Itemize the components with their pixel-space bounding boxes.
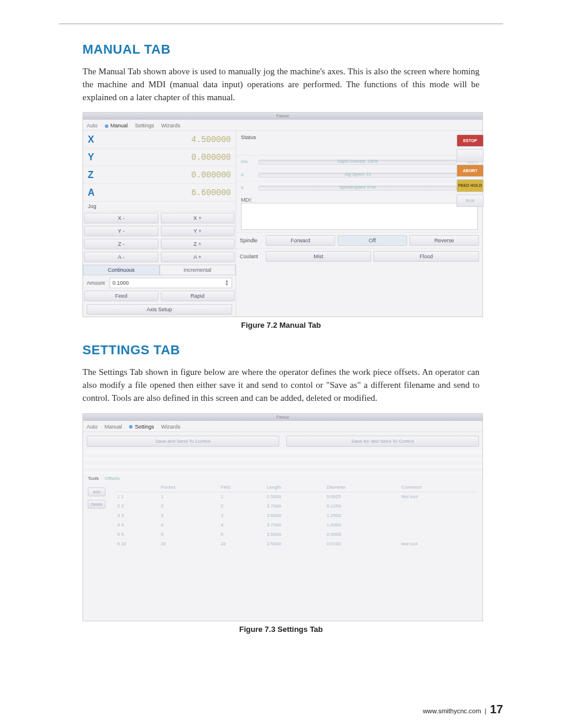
table-cell: 1 1 <box>115 492 158 501</box>
tab-bar: Auto Manual Settings Wizards <box>83 120 482 131</box>
table-cell: 3.5000 <box>265 529 325 539</box>
subtab-offsets[interactable]: Offsets <box>105 476 120 481</box>
jog-z-pos[interactable]: Z + <box>161 239 235 249</box>
jog-z-neg[interactable]: Z - <box>84 239 158 249</box>
table-cell: 3 <box>158 510 219 520</box>
manual-right-panel: Status 0% Rapid Override: 100% 120% 0 Jo… <box>236 131 482 317</box>
axis-z-label: Z <box>88 170 100 180</box>
jog-speed-slider[interactable]: Jog Speed: 15 <box>259 173 457 177</box>
coolant-label: Coolant <box>240 253 263 259</box>
table-cell: 2 <box>158 501 219 510</box>
estop-button[interactable]: ESTOP <box>457 134 484 147</box>
status-label: Status <box>241 134 478 140</box>
table-cell: 0.0625 <box>324 492 399 501</box>
axis-a-value: 6.600000 <box>191 188 231 197</box>
table-cell: 3.0000 <box>265 510 325 520</box>
jog-mode-continuous[interactable]: Continuous <box>83 265 160 275</box>
subtab-tools[interactable]: Tools <box>88 476 99 481</box>
feed-hold-button[interactable]: FEED HOLD <box>457 179 484 192</box>
rapid-override-slider[interactable]: Rapid Override: 100% <box>259 160 457 164</box>
tab-wizards-s[interactable]: Wizards <box>161 423 181 431</box>
amount-value: 0.1000 <box>113 280 129 286</box>
table-row[interactable]: 1 1112.50000.0625first tool <box>115 492 478 501</box>
table-cell: 4 <box>158 520 219 529</box>
jog-y-pos[interactable]: Y + <box>161 226 235 236</box>
coolant-flood[interactable]: Flood <box>373 251 479 262</box>
spindle-label: Spindle <box>240 238 263 243</box>
axis-a-label: A <box>88 187 100 198</box>
table-cell: 5 <box>219 529 265 539</box>
axis-z-value: 0.000000 <box>191 170 231 180</box>
table-cell: 2.5000 <box>265 539 325 548</box>
table-cell: first tool <box>399 492 478 501</box>
run-button[interactable]: RUN <box>457 195 484 207</box>
save-send-button[interactable]: Save and Send To Control <box>87 436 279 447</box>
settings-heading: SETTINGS TAB <box>82 342 480 358</box>
rapid-button[interactable]: Rapid <box>161 291 235 301</box>
titlebar-settings: Fanuc <box>83 414 482 421</box>
axis-setup-button[interactable]: Axis Setup <box>87 304 232 315</box>
app-window-manual: Fanuc Auto Manual Settings Wizards X4.50… <box>82 112 483 317</box>
table-cell <box>399 510 478 520</box>
jog-y-neg[interactable]: Y - <box>84 226 158 236</box>
page-footer: www.smithycnc.com | 17 <box>423 703 503 716</box>
jog-mode-incremental[interactable]: Incremental <box>160 265 236 275</box>
table-cell <box>399 529 478 539</box>
right-button-column: ESTOP ABORT FEED HOLD RUN <box>457 134 484 207</box>
table-row[interactable]: 4 4443.70001.0000 <box>115 520 478 529</box>
settings-figure-caption: Figure 7.3 Settings Tab <box>82 625 480 634</box>
saveas-send-button[interactable]: Save As' and Send To Control <box>286 436 479 447</box>
feed-button[interactable]: Feed <box>84 291 158 301</box>
spindle-speed-slider[interactable]: SpindleSpeed: 0 Hz <box>259 186 457 190</box>
spindle-off[interactable]: Off <box>338 235 407 246</box>
table-cell: 2.5000 <box>265 492 325 501</box>
footer-site: www.smithycnc.com <box>423 707 481 714</box>
footer-page-number: 17 <box>490 703 503 716</box>
tab-settings-s[interactable]: Settings <box>129 423 154 431</box>
table-row[interactable]: 3 3333.00001.2500 <box>115 510 478 520</box>
table-cell: 1.0000 <box>324 520 399 529</box>
tab-auto-s[interactable]: Auto <box>87 423 98 431</box>
tool-add-button[interactable]: Add <box>88 487 105 496</box>
col-pocket: Pocket <box>158 483 219 492</box>
blank-button <box>457 149 484 162</box>
manual-figure-caption: Figure 7.2 Manual Tab <box>82 321 480 330</box>
jog-a-neg[interactable]: A - <box>84 252 158 262</box>
offsets-grid-area <box>83 450 482 474</box>
table-cell: 5 5 <box>115 529 158 539</box>
slider-0-min: 0% <box>241 159 255 164</box>
table-cell: 0.1250 <box>324 501 399 510</box>
col-fms: FMS <box>219 483 265 492</box>
rapid-override-caption: Rapid Override: 100% <box>259 159 456 163</box>
jog-x-neg[interactable]: X - <box>84 213 158 223</box>
table-cell: 1 <box>158 492 219 501</box>
tab-settings[interactable]: Settings <box>135 121 154 130</box>
tab-auto[interactable]: Auto <box>87 121 98 130</box>
tab-manual[interactable]: Manual <box>105 121 128 130</box>
stepper-arrows-icon[interactable]: ▲▼ <box>224 279 229 286</box>
table-cell: 0.5000 <box>324 529 399 539</box>
jog-heading: Jog <box>83 202 236 212</box>
abort-button[interactable]: ABORT <box>457 164 484 177</box>
spindle-forward[interactable]: Forward <box>266 235 335 246</box>
table-row[interactable]: 6 2222222.50000.0100last tool <box>115 539 478 548</box>
axis-x-label: X <box>88 134 100 145</box>
coolant-mist[interactable]: Mist <box>266 251 371 262</box>
mdi-textarea[interactable] <box>241 203 478 230</box>
table-cell: 4 <box>219 520 265 529</box>
figure-manual: Fanuc Auto Manual Settings Wizards X4.50… <box>82 112 480 317</box>
slider-1-min: 0 <box>241 172 255 177</box>
table-row[interactable]: 2 2223.70000.1250 <box>115 501 478 510</box>
table-cell: 22 <box>219 539 265 548</box>
tab-manual-s[interactable]: Manual <box>105 423 123 431</box>
amount-spinner[interactable]: 0.1000 ▲▼ <box>110 278 232 288</box>
jog-x-pos[interactable]: X + <box>161 213 235 223</box>
tab-wizards[interactable]: Wizards <box>161 121 181 130</box>
tool-delete-button[interactable]: Delete <box>88 500 105 509</box>
jog-speed-caption: Jog Speed: 15 <box>259 172 456 176</box>
table-cell: 1 <box>219 492 265 501</box>
spindle-reverse[interactable]: Reverse <box>409 235 479 246</box>
table-cell: 4 4 <box>115 520 158 529</box>
jog-a-pos[interactable]: A + <box>161 252 235 262</box>
table-row[interactable]: 5 5553.50000.5000 <box>115 529 478 539</box>
